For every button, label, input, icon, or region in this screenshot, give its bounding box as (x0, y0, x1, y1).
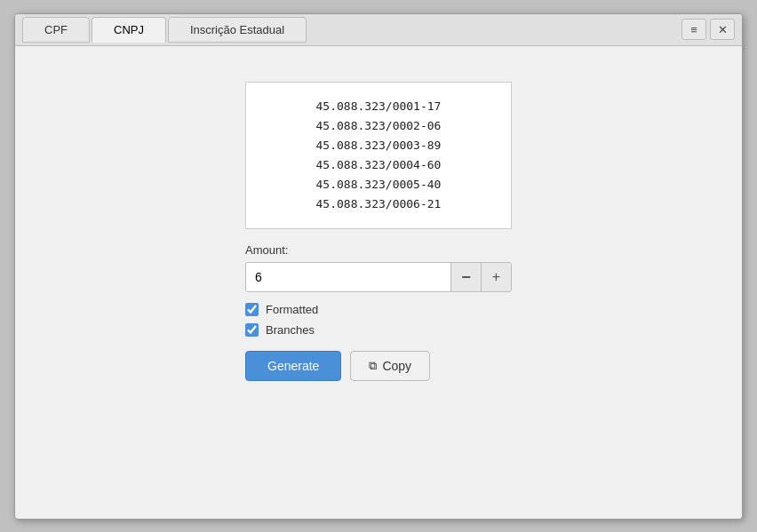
copy-icon: ⧉ (369, 359, 377, 373)
output-line: 45.088.323/0004-60 (267, 155, 490, 175)
amount-input[interactable] (246, 265, 450, 290)
formatted-checkbox-row: Formatted (245, 303, 512, 316)
menu-button[interactable]: ≡ (681, 19, 706, 40)
formatted-checkbox[interactable] (245, 303, 259, 316)
amount-label: Amount: (245, 243, 512, 257)
formatted-label[interactable]: Formatted (266, 303, 318, 316)
branches-checkbox[interactable] (245, 323, 259, 337)
output-line: 45.088.323/0001-17 (267, 97, 490, 116)
output-line: 45.088.323/0005-40 (267, 175, 490, 195)
copy-label: Copy (382, 359, 411, 373)
output-line: 45.088.323/0002-06 (267, 116, 490, 136)
branches-label[interactable]: Branches (266, 323, 315, 337)
action-buttons: Generate ⧉ Copy (245, 351, 512, 381)
content-area: 45.088.323/0001-1745.088.323/0002-0645.0… (15, 46, 742, 519)
generate-button[interactable]: Generate (245, 351, 341, 381)
titlebar: CPF CNPJ Inscrição Estadual ≡ ✕ (15, 14, 742, 46)
controls-panel: Amount: − + Formatted Branches Generate … (245, 243, 512, 381)
output-line: 45.088.323/0006-21 (267, 195, 490, 214)
tab-bar: CPF CNPJ Inscrição Estadual (22, 17, 674, 43)
tab-cpf[interactable]: CPF (22, 17, 90, 43)
increment-button[interactable]: + (481, 263, 511, 291)
main-window: CPF CNPJ Inscrição Estadual ≡ ✕ 45.088.3… (14, 13, 743, 520)
amount-row: Amount: − + (245, 243, 512, 292)
output-box: 45.088.323/0001-1745.088.323/0002-0645.0… (245, 82, 512, 230)
amount-input-row: − + (245, 262, 512, 292)
output-line: 45.088.323/0003-89 (267, 136, 490, 155)
branches-checkbox-row: Branches (245, 323, 512, 337)
window-controls: ≡ ✕ (681, 19, 735, 40)
close-button[interactable]: ✕ (710, 19, 735, 40)
tab-cnpj[interactable]: CNPJ (92, 17, 166, 43)
tab-inscricao-estadual[interactable]: Inscrição Estadual (168, 17, 307, 43)
decrement-button[interactable]: − (450, 263, 481, 291)
copy-button[interactable]: ⧉ Copy (350, 351, 430, 381)
